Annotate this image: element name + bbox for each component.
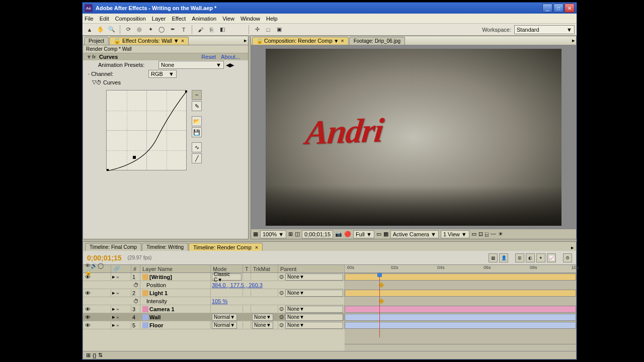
motion-blur-icon[interactable]: ◐ <box>526 253 535 262</box>
twirl-icon[interactable]: ▸ <box>112 290 115 296</box>
parent-dropdown[interactable]: None▼ <box>285 306 343 313</box>
axis-mode-icon[interactable]: ✢ <box>252 25 262 35</box>
layer-row[interactable]: 👁 ▸ ▫ 2 Light 1 ⊙ None▼ <box>83 289 345 297</box>
curve-pencil-button[interactable]: ✎ <box>192 101 202 111</box>
frame-blend-icon[interactable]: ⊞ <box>515 253 524 262</box>
pickwhip-icon[interactable]: ⊙ <box>279 290 284 296</box>
property-row[interactable]: ⏱ Intensity 105 % <box>83 297 345 305</box>
parent-dropdown[interactable]: None▼ <box>285 314 343 321</box>
text-tool[interactable]: T <box>179 25 189 35</box>
pan-behind-tool[interactable]: ✦ <box>145 25 155 35</box>
layer-row[interactable]: 👁 ▸ ▫ 5 Floor Normal▼ None▼ ⊙ None▼ <box>83 321 345 329</box>
pickwhip-icon[interactable]: ⊙ <box>279 274 284 280</box>
time-display[interactable]: 0;00;01;15 <box>302 230 333 238</box>
label-icon[interactable]: ▫ <box>117 306 119 312</box>
tab-timeline-final[interactable]: Timeline: Final Comp <box>85 243 141 251</box>
fx-icon[interactable]: fx <box>92 54 99 59</box>
visibility-icon[interactable]: 👁 <box>84 314 91 320</box>
menu-edit[interactable]: Edit <box>100 16 109 22</box>
menu-window[interactable]: Window <box>240 16 260 22</box>
visibility-icon[interactable]: 👁 <box>84 306 91 312</box>
view-dropdown[interactable]: 1 View ▼ <box>441 230 469 238</box>
current-timecode[interactable]: 0;00;01;15 <box>87 254 122 262</box>
stopwatch-icon[interactable]: ⏱ <box>96 79 102 85</box>
menu-file[interactable]: File <box>85 16 94 22</box>
tab-footage[interactable]: Footage: Drip_06.jpg <box>349 37 405 45</box>
about-link[interactable]: About... <box>221 54 240 60</box>
clone-tool[interactable]: ⎘ <box>206 25 216 35</box>
curve-open-button[interactable]: 📂 <box>192 116 202 126</box>
blend-mode-dropdown[interactable]: Classic C▼ <box>212 274 242 281</box>
twirl-icon[interactable]: ▸ <box>112 306 115 312</box>
playhead[interactable] <box>379 273 380 337</box>
visibility-icon[interactable]: 👁 <box>84 290 91 296</box>
menu-view[interactable]: View <box>222 16 234 22</box>
menu-help[interactable]: Help <box>266 16 278 22</box>
zoom-dropdown[interactable]: 100% ▼ <box>260 230 286 238</box>
stopwatch-icon[interactable]: ⏱ <box>133 298 139 304</box>
timeline-navigator[interactable] <box>345 344 576 351</box>
axis-mode-2-icon[interactable]: □ <box>263 25 273 35</box>
exposure-icon[interactable]: ☀ <box>498 231 503 237</box>
axis-mode-3-icon[interactable]: ▣ <box>274 25 284 35</box>
blend-mode-dropdown[interactable]: Normal▼ <box>212 314 237 321</box>
curve-save-button[interactable]: 💾 <box>192 127 202 137</box>
curve-bezier-button[interactable]: ~ <box>192 90 202 100</box>
titlebar[interactable]: Ae Adobe After Effects - Writing on the … <box>83 3 577 14</box>
close-tab-icon[interactable]: × <box>254 244 258 250</box>
parent-dropdown[interactable]: None▼ <box>285 322 343 329</box>
close-tab-icon[interactable]: × <box>341 38 344 44</box>
tab-timeline-writing[interactable]: Timeline: Writing <box>142 243 188 251</box>
parent-dropdown[interactable]: None▼ <box>285 274 343 281</box>
rotate-tool[interactable]: ⟳ <box>123 25 133 35</box>
preset-prev-icon[interactable]: ◀ <box>226 62 230 68</box>
graph-editor-icon[interactable]: 📈 <box>547 253 556 262</box>
workspace-dropdown[interactable]: Standard▼ <box>514 25 575 34</box>
tab-project[interactable]: Project <box>84 37 109 45</box>
timeline-icon[interactable]: ⌸ <box>485 231 489 237</box>
panel-menu-icon[interactable]: ▸ <box>571 244 574 251</box>
trkmat-dropdown[interactable]: None▼ <box>252 314 273 321</box>
preset-next-icon[interactable]: ▶ <box>230 62 234 68</box>
brush-tool[interactable]: 🖌 <box>195 25 205 35</box>
curve-linear-button[interactable]: ╱ <box>192 153 202 163</box>
comp-mini-icon[interactable]: ▦ <box>489 253 498 262</box>
maximize-button[interactable]: □ <box>553 4 564 13</box>
label-icon[interactable]: ▫ <box>117 314 119 320</box>
pickwhip-icon[interactable]: ⊙ <box>279 306 284 312</box>
toggle-switches-icon[interactable]: ⊞ <box>86 352 91 358</box>
grid-icon[interactable]: ▦ <box>253 231 258 237</box>
twirl-icon[interactable]: ▸ <box>112 322 115 328</box>
brainstorm-icon[interactable]: ✦ <box>536 253 545 262</box>
tab-composition[interactable]: 🔒 Composition: Render Comp ▼× <box>252 37 349 45</box>
pickwhip-icon[interactable]: ⊙ <box>279 322 284 328</box>
search-icon[interactable]: ⚙ <box>563 253 572 262</box>
channel-icon[interactable]: 🔴 <box>344 231 351 237</box>
hand-tool[interactable]: ✋ <box>96 25 106 35</box>
fast-preview-icon[interactable]: ⊡ <box>478 231 483 237</box>
shy-icon[interactable]: 👤 <box>499 253 508 262</box>
curve-smooth-button[interactable]: ∿ <box>192 142 202 152</box>
visibility-icon[interactable]: 👁 <box>84 322 91 328</box>
tab-effect-controls[interactable]: 🔒 Effect Controls: Wall ▼× <box>109 37 189 45</box>
mask-toggle-icon[interactable]: ◫ <box>295 231 300 237</box>
channel-dropdown[interactable]: RGB▼ <box>148 70 177 78</box>
curves-graph[interactable] <box>106 90 187 170</box>
expand-icon[interactable]: ⇅ <box>98 352 103 358</box>
anim-presets-dropdown[interactable]: None▼ <box>158 61 224 69</box>
snapshot-icon[interactable]: 📷 <box>335 231 342 237</box>
mask-tool[interactable]: ◯ <box>156 25 167 35</box>
stopwatch-icon[interactable]: ⏱ <box>133 282 139 288</box>
property-value[interactable]: 384.0 , 177.5 , 260.3 <box>212 282 263 288</box>
blend-mode-dropdown[interactable]: Normal▼ <box>212 322 237 329</box>
eraser-tool[interactable]: ◧ <box>217 25 227 35</box>
roi-icon[interactable]: ▭ <box>376 231 381 237</box>
close-button[interactable]: ✕ <box>565 4 575 13</box>
camera-tool[interactable]: ◎ <box>134 25 144 35</box>
twirl-icon[interactable]: ▼ <box>86 54 92 60</box>
property-row[interactable]: ⏱ Position 384.0 , 177.5 , 260.3 <box>83 281 345 289</box>
menu-layer[interactable]: Layer <box>152 16 166 22</box>
label-icon[interactable]: ▫ <box>117 322 119 328</box>
menu-effect[interactable]: Effect <box>172 16 186 22</box>
close-tab-icon[interactable]: × <box>181 38 184 44</box>
